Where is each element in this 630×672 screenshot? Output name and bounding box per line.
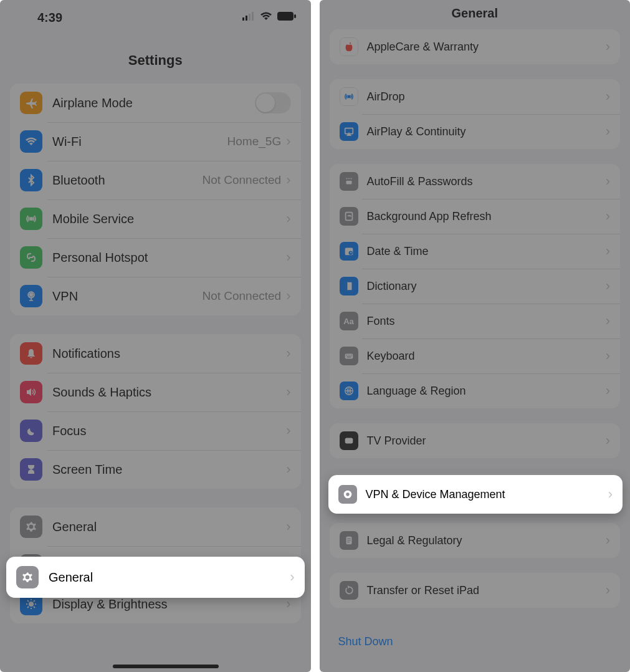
airplane-icon xyxy=(20,92,42,114)
row-language-region[interactable]: Language & Region › xyxy=(330,373,621,408)
row-label: VPN & Device Management xyxy=(366,488,608,501)
row-label: Mobile Service xyxy=(52,212,286,226)
row-label: Personal Hotspot xyxy=(52,251,286,265)
row-screen-time[interactable]: Screen Time › xyxy=(10,450,301,489)
svg-rect-21 xyxy=(346,282,347,290)
apple-icon xyxy=(340,37,358,56)
chevron-right-icon: › xyxy=(608,489,613,500)
chevron-right-icon: › xyxy=(606,176,610,187)
row-sounds-haptics[interactable]: Sounds & Haptics › xyxy=(10,373,301,411)
row-bluetooth[interactable]: Bluetooth Not Connected › xyxy=(10,161,301,199)
svg-rect-1 xyxy=(246,16,247,21)
hourglass-icon xyxy=(20,458,42,481)
row-vpn[interactable]: VPN Not Connected › xyxy=(10,277,301,315)
moon-icon xyxy=(20,420,42,442)
row-autofill[interactable]: AutoFill & Passwords › xyxy=(330,164,621,199)
svg-rect-29 xyxy=(345,438,353,444)
svg-rect-27 xyxy=(346,357,351,357)
svg-point-10 xyxy=(29,602,34,607)
row-background-refresh[interactable]: Background App Refresh › xyxy=(330,199,621,234)
svg-point-34 xyxy=(346,492,349,496)
airplay-icon xyxy=(340,122,358,141)
chevron-right-icon: › xyxy=(286,175,290,186)
wifi-icon xyxy=(260,12,272,23)
row-fonts[interactable]: Aa Fonts › xyxy=(330,304,621,338)
svg-rect-16 xyxy=(346,181,351,184)
row-label: Focus xyxy=(52,424,286,438)
svg-rect-0 xyxy=(242,17,244,21)
refresh-icon xyxy=(340,207,358,226)
row-label: Bluetooth xyxy=(52,173,202,188)
row-focus[interactable]: Focus › xyxy=(10,411,301,450)
general-group-airdrop: AirDrop › AirPlay & Continuity › xyxy=(330,79,621,149)
chevron-right-icon: › xyxy=(606,385,610,396)
general-group-legal: Legal & Regulatory › xyxy=(330,523,621,558)
row-airplay[interactable]: AirPlay & Continuity › xyxy=(330,114,621,149)
row-transfer-reset[interactable]: Transfer or Reset iPad › xyxy=(330,573,621,608)
row-personal-hotspot[interactable]: Personal Hotspot › xyxy=(10,238,301,277)
row-general[interactable]: General › xyxy=(10,507,301,546)
chevron-right-icon: › xyxy=(286,464,290,475)
calendar-icon xyxy=(340,242,358,261)
chevron-right-icon: › xyxy=(606,315,610,327)
bell-icon xyxy=(20,342,42,365)
row-vpn-device-management-highlight[interactable]: VPN & Device Management › xyxy=(328,475,623,514)
chevron-right-icon: › xyxy=(606,91,610,102)
shut-down-button[interactable]: Shut Down xyxy=(320,623,631,655)
chevron-right-icon: › xyxy=(606,435,610,446)
general-group-applecare: AppleCare & Warranty › xyxy=(330,29,621,64)
chevron-right-icon: › xyxy=(286,386,290,398)
row-legal[interactable]: Legal & Regulatory › xyxy=(330,523,621,558)
svg-rect-4 xyxy=(277,12,294,21)
row-wifi[interactable]: Wi-Fi Home_5G › xyxy=(10,122,301,161)
chevron-right-icon: › xyxy=(606,535,610,546)
svg-point-6 xyxy=(30,218,32,220)
svg-rect-2 xyxy=(249,14,251,21)
row-label: TV Provider xyxy=(367,434,606,448)
link-icon xyxy=(20,246,42,269)
row-general-highlight[interactable]: General › xyxy=(6,557,305,598)
row-notifications[interactable]: Notifications › xyxy=(10,334,301,373)
row-airplane-mode[interactable]: Airplane Mode xyxy=(10,84,301,122)
row-keyboard[interactable]: Keyboard › xyxy=(330,338,621,373)
row-label: Keyboard xyxy=(367,350,606,363)
row-label: AirPlay & Continuity xyxy=(367,125,606,138)
chevron-right-icon: › xyxy=(606,585,610,596)
svg-point-15 xyxy=(350,178,351,179)
svg-rect-26 xyxy=(351,355,351,355)
row-label: General xyxy=(49,570,290,585)
airplane-toggle[interactable] xyxy=(255,92,291,113)
row-applecare[interactable]: AppleCare & Warranty › xyxy=(330,29,621,64)
home-indicator[interactable] xyxy=(113,665,219,668)
cellular-icon xyxy=(242,12,255,23)
airdrop-icon xyxy=(340,87,358,106)
row-dictionary[interactable]: Dictionary › xyxy=(330,269,621,304)
chevron-right-icon: › xyxy=(606,246,610,257)
row-mobile-service[interactable]: Mobile Service › xyxy=(10,199,301,238)
row-label: AutoFill & Passwords xyxy=(367,175,606,188)
row-label: Background App Refresh xyxy=(367,210,606,223)
chevron-right-icon: › xyxy=(286,252,290,263)
svg-rect-22 xyxy=(345,353,353,358)
status-bar: 4:39 xyxy=(0,0,311,27)
row-label: Display & Brightness xyxy=(52,597,286,612)
general-group-tv: TV Provider › xyxy=(330,423,621,458)
chevron-right-icon: › xyxy=(286,348,290,359)
svg-point-14 xyxy=(348,178,349,179)
globe-stand-icon xyxy=(20,285,42,307)
general-group-reset: Transfer or Reset iPad › xyxy=(330,573,621,608)
chevron-right-icon: › xyxy=(286,136,290,147)
settings-group-connectivity: Airplane Mode Wi-Fi Home_5G › Bluetooth … xyxy=(10,84,301,315)
row-date-time[interactable]: Date & Time › xyxy=(330,234,621,269)
battery-icon xyxy=(277,12,296,23)
row-label: AppleCare & Warranty xyxy=(367,41,606,54)
row-label: Notifications xyxy=(52,347,286,361)
chevron-right-icon: › xyxy=(606,350,610,362)
row-tv-provider[interactable]: TV Provider › xyxy=(330,423,621,458)
gear-icon xyxy=(20,516,42,538)
row-label: Airplane Mode xyxy=(52,96,255,110)
fonts-icon: Aa xyxy=(340,312,358,330)
row-label: Transfer or Reset iPad xyxy=(367,584,606,597)
row-airdrop[interactable]: AirDrop › xyxy=(330,79,621,114)
chevron-right-icon: › xyxy=(286,290,290,302)
